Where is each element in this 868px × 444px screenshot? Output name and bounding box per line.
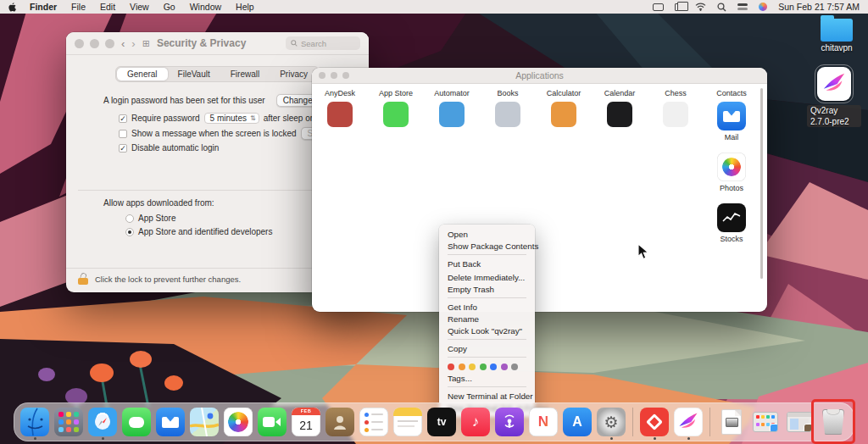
show-message-checkbox[interactable]: [119, 130, 127, 138]
dock-item-launchpad[interactable]: [53, 405, 84, 439]
dock-item-finder[interactable]: [19, 405, 50, 439]
menu-bar-clock[interactable]: Sun Feb 21 7:57 AM: [778, 2, 860, 12]
menu-item-empty-trash[interactable]: Empty Trash: [439, 283, 535, 295]
menu-item-view[interactable]: View: [130, 2, 149, 12]
tag-color-dot[interactable]: [459, 364, 465, 370]
dock-item-music[interactable]: ♪: [460, 405, 491, 439]
radio-app-store[interactable]: [125, 214, 134, 223]
tag-color-dot[interactable]: [469, 364, 476, 370]
app-icon-photos[interactable]: Photos: [704, 153, 760, 203]
tag-color-dot[interactable]: [501, 364, 508, 370]
notes-icon: [393, 408, 422, 436]
app-icon-partial[interactable]: [480, 102, 536, 153]
dock-item-anydesk[interactable]: [639, 405, 670, 439]
app-icon-partial[interactable]: [312, 102, 368, 153]
tab-firewall[interactable]: Firewall: [220, 68, 270, 80]
qv2ray-icon: [674, 408, 703, 436]
tab-general[interactable]: General: [117, 68, 168, 80]
interval-dropdown[interactable]: 5 minutes⇅: [204, 113, 259, 124]
dock-item-facetime[interactable]: [257, 405, 287, 439]
spotlight-icon[interactable]: [717, 2, 726, 12]
dock-item-dmg-document[interactable]: [716, 405, 747, 439]
radio-identified-developers[interactable]: [125, 228, 134, 236]
desktop: { "colors":{"annotation_red":"#e8322c","…: [0, 0, 868, 444]
app-icon-partial[interactable]: [424, 102, 480, 153]
app-icon-partial[interactable]: [368, 102, 424, 153]
dock-item-maps[interactable]: [189, 405, 220, 439]
menu-item-get-info[interactable]: Get Info: [439, 301, 535, 313]
windows-stack-icon[interactable]: [675, 2, 684, 12]
dock-item-mail[interactable]: [155, 405, 186, 439]
desktop-icon-qv2ray[interactable]: Qv2ray 2.7.0-pre2: [807, 64, 861, 127]
app-icon-partial[interactable]: [592, 102, 648, 153]
dock-item-qv2ray[interactable]: [673, 405, 704, 439]
menu-item-open[interactable]: Open: [439, 228, 535, 240]
tag-color-dot[interactable]: [448, 364, 454, 370]
menu-item-tags-[interactable]: Tags...: [439, 372, 535, 384]
scrollbar[interactable]: [760, 88, 763, 279]
close-button[interactable]: [75, 39, 84, 48]
menu-item-quick-look-qv2ray-[interactable]: Quick Look "qv2ray": [439, 325, 535, 336]
dock-item-tv[interactable]: tv: [426, 405, 457, 439]
wifi-icon[interactable]: [695, 2, 706, 12]
menu-item-show-package-contents[interactable]: Show Package Contents: [439, 240, 535, 252]
dock-item-notes[interactable]: [392, 405, 423, 439]
back-icon[interactable]: ‹: [121, 38, 125, 49]
menu-item-rename[interactable]: Rename: [439, 313, 535, 325]
minimize-button[interactable]: [90, 39, 99, 48]
dock-item-calendar[interactable]: FEB21: [291, 405, 321, 439]
dock-item-podcasts[interactable]: [494, 405, 525, 439]
dock-item-reminders[interactable]: [359, 405, 389, 439]
dock-item-safari[interactable]: [87, 405, 118, 439]
dock-item-photos[interactable]: [223, 405, 253, 439]
menu-item-new-terminal-at-folder[interactable]: New Terminal at Folder: [439, 390, 535, 402]
forward-icon[interactable]: ›: [131, 38, 135, 49]
require-password-checkbox[interactable]: ✓: [119, 114, 127, 123]
control-center-icon[interactable]: [737, 2, 748, 12]
tv-icon: tv: [427, 408, 456, 436]
menu-item-go[interactable]: Go: [164, 2, 175, 12]
menu-item-finder[interactable]: Finder: [30, 2, 57, 12]
menu-item-help[interactable]: Help: [236, 2, 254, 12]
menu-item-edit[interactable]: Edit: [100, 2, 115, 12]
app-icon-partial[interactable]: [536, 102, 592, 153]
menu-separator: [448, 357, 526, 358]
desktop-icon-chitavpn[interactable]: chitavpn: [810, 19, 864, 53]
dock-item-system-preferences[interactable]: ⚙: [596, 405, 626, 439]
menu-item-put-back[interactable]: Put Back: [439, 258, 535, 269]
app-icon-partial[interactable]: [648, 102, 704, 153]
dock-item-contacts[interactable]: [325, 405, 355, 439]
tab-privacy[interactable]: Privacy: [270, 68, 318, 80]
display-icon[interactable]: [653, 2, 664, 12]
dock-item-minimized-window-2[interactable]: [784, 405, 815, 439]
menu-item-window[interactable]: Window: [190, 2, 221, 12]
dock-item-minimized-window-1[interactable]: [750, 405, 781, 439]
tab-filevault[interactable]: FileVault: [168, 68, 220, 80]
dock-item-messages[interactable]: [121, 405, 152, 439]
tag-color-dot[interactable]: [511, 364, 518, 370]
app-label-calculator: Calculator: [536, 89, 592, 97]
dmg-document-icon: [717, 408, 746, 436]
applications-window: Applications AnyDeskApp StoreAutomatorBo…: [312, 68, 767, 312]
tag-color-dot[interactable]: [480, 364, 487, 370]
search-input[interactable]: Search: [286, 36, 360, 50]
apple-menu-icon[interactable]: [8, 3, 18, 12]
app-icon-stocks[interactable]: Stocks: [704, 203, 760, 254]
disable-auto-login-checkbox[interactable]: ✓: [119, 144, 127, 153]
tag-color-dot[interactable]: [490, 364, 497, 370]
status-app-icon[interactable]: [759, 2, 767, 12]
menu-items: Finder FileEditViewGoWindowHelp: [30, 2, 254, 12]
dock-item-trash[interactable]: [818, 405, 849, 439]
lock-icon[interactable]: [78, 273, 88, 285]
show-all-icon[interactable]: ⊞: [142, 38, 150, 49]
dock-item-news[interactable]: N: [528, 405, 559, 439]
menu-item-copy[interactable]: Copy: [439, 342, 535, 354]
calendar-month: FEB: [292, 408, 320, 415]
app-icon-mail[interactable]: Mail: [704, 102, 760, 153]
menu-item-delete-immediately-[interactable]: Delete Immediately...: [439, 271, 535, 283]
radio-app-store-label: App Store: [138, 214, 175, 223]
zoom-button[interactable]: [105, 39, 114, 48]
dock-item-app-store[interactable]: A: [562, 405, 593, 439]
calendar-icon: FEB21: [292, 408, 320, 436]
menu-item-file[interactable]: File: [71, 2, 86, 12]
